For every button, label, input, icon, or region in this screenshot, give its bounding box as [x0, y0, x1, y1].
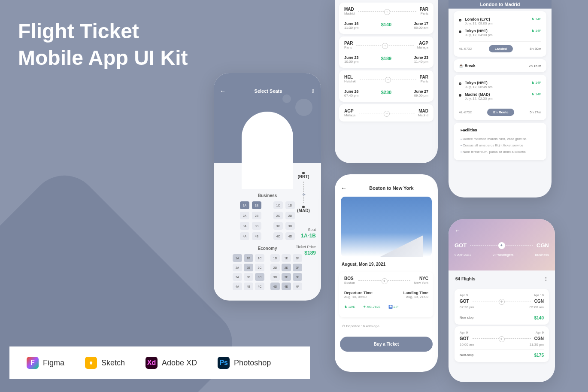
- seat[interactable]: 4A: [233, 283, 242, 290]
- search-result-card[interactable]: Apr 9Apr 9 GOT✈CGN 10:00 am11:30 pm Non-…: [455, 326, 549, 362]
- seat[interactable]: 2A: [233, 264, 242, 271]
- economy-seats: 1A1B1C2A2B2C3A3B3C4A4B4C 1D1E1F2D2E2F3D3…: [219, 254, 316, 290]
- tool-xd: XdAdobe XD: [145, 357, 197, 369]
- seat[interactable]: 2F: [293, 264, 302, 271]
- selected-seats: 1A-1B: [287, 233, 316, 239]
- facility-item: Cursus sit amet eros flight ticket servi…: [461, 142, 540, 149]
- seat[interactable]: 3C: [255, 273, 264, 281]
- ticket-price: $189: [287, 250, 316, 256]
- seat[interactable]: 3B: [244, 273, 253, 281]
- back-icon[interactable]: ←: [220, 88, 226, 94]
- ps-icon: Ps: [218, 357, 230, 369]
- facility-item: Nam fermentum, purus sit amet a lobortis: [461, 149, 540, 155]
- screen-title: Select Seats: [226, 88, 311, 94]
- results-count: 64 Flights: [455, 277, 476, 281]
- flight-card[interactable]: AGPMálaga→MADMadrid: [339, 104, 433, 122]
- seat[interactable]: 1A: [240, 201, 249, 209]
- plane-icon: ✈: [498, 242, 505, 249]
- seat[interactable]: 1C: [255, 254, 264, 262]
- facilities-card: Facilities Donec molestie mauris nibh, v…: [454, 123, 546, 160]
- back-icon[interactable]: ←: [341, 185, 347, 191]
- phone-flight-detail: ← Boston to New York August, Mon 19, 202…: [335, 174, 438, 372]
- page-title: Flight Ticket Mobile App UI Kit: [18, 18, 188, 72]
- seat[interactable]: 2E: [282, 264, 291, 271]
- seat[interactable]: 1C: [273, 201, 283, 209]
- seat[interactable]: 2D: [270, 264, 280, 271]
- seat[interactable]: 2B: [252, 212, 261, 219]
- flight-detail-card: BOSBoston ✈ NYCNew York Departure TimeAu…: [339, 272, 433, 317]
- facility-item: Donec molestie mauris nibh, vitae gravid…: [461, 136, 540, 142]
- seat[interactable]: 2A: [240, 212, 249, 219]
- seat[interactable]: 4B: [244, 283, 253, 290]
- share-icon[interactable]: ⇧: [311, 88, 315, 94]
- seat[interactable]: 4E: [282, 283, 291, 290]
- seat[interactable]: 4B: [252, 232, 261, 240]
- search-result-card[interactable]: Apr 9Apr 10 GOT✈CGN 07:30 pm05:00 am Non…: [455, 289, 549, 325]
- seat[interactable]: 1A: [233, 254, 242, 262]
- seat[interactable]: 2C: [255, 264, 264, 271]
- seat[interactable]: 4F: [293, 283, 302, 290]
- flight-date: August, Mon 19, 2021: [335, 257, 438, 269]
- figma-icon: F: [27, 357, 39, 369]
- seat[interactable]: 2B: [244, 264, 253, 271]
- seat[interactable]: 3A: [240, 222, 249, 230]
- sketch-icon: ♦: [85, 357, 97, 369]
- phone-search-results: ← GOT ✈ CGN 9 Apr 2021 2 Passengers Busi…: [449, 219, 555, 382]
- phone-itinerary: London to Madrid London (LYC)July, 11, 0…: [449, 0, 552, 198]
- seat[interactable]: 3F: [293, 273, 302, 281]
- break-card: ☕ Break2h 15 m: [454, 59, 546, 72]
- seat[interactable]: 2C: [273, 212, 283, 219]
- phone-flight-list: MADMadrid→PARParisJune 1611:30 pm$140Jun…: [335, 0, 438, 163]
- flight-card[interactable]: MADMadrid→PARParisJune 1611:30 pm$140Jun…: [339, 3, 433, 34]
- flight-card[interactable]: HELHelsinki→PARParisJune 2607:45 pm$230J…: [339, 70, 433, 102]
- more-icon[interactable]: ⋮: [544, 277, 548, 281]
- seat[interactable]: 3C: [273, 222, 283, 230]
- departed-status: ⏱ Departed 1h 40m ago: [335, 320, 438, 332]
- itinerary-leg[interactable]: London (LYC)July, 11, 08:00 pm♞ 14F Toky…: [454, 11, 546, 57]
- tool-ps: PsPhotoshop: [218, 357, 271, 369]
- seat[interactable]: 3A: [233, 273, 242, 281]
- seat[interactable]: 4A: [240, 232, 249, 240]
- plane-icon: ✈: [382, 278, 388, 284]
- seat[interactable]: 3D: [270, 273, 280, 281]
- xd-icon: Xd: [145, 357, 158, 369]
- select-seats-header: ← Select Seats ⇧: [214, 73, 321, 163]
- seat[interactable]: 3B: [252, 222, 261, 230]
- flight-card[interactable]: PARParis→AGPMálagaJune 2310:00 pm$189Jun…: [339, 36, 433, 68]
- back-icon[interactable]: ←: [455, 227, 461, 234]
- tools-bar: FFigma ♦Sketch XdAdobe XD PsPhotoshop: [9, 346, 310, 379]
- seat[interactable]: 4D: [270, 283, 280, 290]
- seat[interactable]: 1B: [244, 254, 253, 262]
- itinerary-leg[interactable]: Tokyo (NRT)July, 12, 06:45 am♞ 14F Madri…: [454, 75, 546, 120]
- phone-select-seats: ← Select Seats ⇧ Business 1A1B2A2B3A3B4A…: [214, 73, 321, 301]
- buy-ticket-button[interactable]: Buy a Ticket: [340, 337, 433, 352]
- screen-title: Boston to New York: [351, 185, 432, 191]
- seat[interactable]: 1D: [270, 254, 280, 262]
- hero-image: [341, 197, 432, 257]
- search-hero: ← GOT ✈ CGN 9 Apr 2021 2 Passengers Busi…: [449, 219, 555, 270]
- seat[interactable]: 3E: [282, 273, 291, 281]
- tool-sketch: ♦Sketch: [85, 357, 125, 369]
- seat[interactable]: 4C: [255, 283, 264, 290]
- seat[interactable]: 4C: [273, 232, 283, 240]
- screen-title: London to Madrid: [449, 0, 552, 9]
- route-panel: (NRT) ✈ (MAD): [291, 172, 316, 213]
- seat[interactable]: 1B: [252, 201, 261, 209]
- tool-figma: FFigma: [27, 357, 64, 369]
